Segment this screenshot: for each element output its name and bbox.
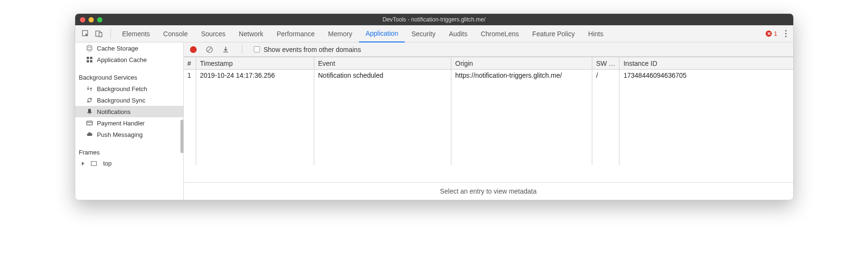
clear-button[interactable] bbox=[205, 45, 214, 54]
clear-icon bbox=[206, 46, 213, 53]
record-icon bbox=[190, 46, 197, 53]
svg-point-3 bbox=[87, 45, 92, 47]
more-menu-icon[interactable] bbox=[782, 27, 789, 40]
col-event[interactable]: Event bbox=[314, 57, 451, 70]
error-badge[interactable]: ✕ 1 bbox=[766, 30, 777, 37]
svg-rect-5 bbox=[90, 57, 92, 59]
sidebar-section-bg-services: Background Services bbox=[75, 70, 183, 83]
sidebar-item-bg-sync[interactable]: Background Sync bbox=[75, 94, 183, 106]
sidebar-item-label: Application Cache bbox=[97, 56, 147, 63]
divider bbox=[242, 45, 242, 54]
sidebar-item-label: Background Sync bbox=[97, 97, 146, 104]
svg-rect-4 bbox=[87, 57, 89, 59]
app-cache-icon bbox=[86, 56, 93, 63]
main-content: Show events from other domains # Timesta… bbox=[184, 42, 793, 200]
bg-fetch-icon bbox=[86, 85, 93, 93]
tab-elements[interactable]: Elements bbox=[116, 25, 157, 42]
cell-sw: / bbox=[592, 70, 619, 165]
sidebar-item-payment[interactable]: Payment Handler bbox=[75, 117, 183, 129]
svg-line-11 bbox=[208, 48, 211, 52]
devtools-window: DevTools - notification-triggers.glitch.… bbox=[75, 13, 794, 200]
cloud-icon bbox=[86, 131, 93, 138]
tab-chromelens[interactable]: ChromeLens bbox=[474, 25, 526, 42]
svg-rect-7 bbox=[90, 60, 92, 62]
metadata-footer: Select an entry to view metadata bbox=[184, 182, 793, 200]
svg-rect-8 bbox=[87, 121, 92, 125]
device-toggle-icon[interactable] bbox=[92, 27, 106, 41]
sidebar-item-label: top bbox=[103, 160, 112, 167]
col-origin[interactable]: Origin bbox=[451, 57, 592, 70]
bell-icon bbox=[86, 108, 93, 115]
record-button[interactable] bbox=[189, 45, 198, 54]
events-toolbar: Show events from other domains bbox=[184, 42, 793, 57]
sidebar-item-label: Payment Handler bbox=[97, 120, 145, 127]
error-icon: ✕ bbox=[766, 31, 772, 37]
sidebar-item-notifications[interactable]: Notifications bbox=[75, 106, 183, 117]
sidebar-item-bg-fetch[interactable]: Background Fetch bbox=[75, 83, 183, 94]
col-timestamp[interactable]: Timestamp bbox=[196, 57, 314, 70]
tab-sources[interactable]: Sources bbox=[194, 25, 232, 42]
svg-rect-2 bbox=[99, 32, 102, 37]
error-count: 1 bbox=[774, 30, 777, 37]
titlebar: DevTools - notification-triggers.glitch.… bbox=[75, 14, 793, 25]
bg-sync-icon bbox=[86, 96, 93, 104]
window-title: DevTools - notification-triggers.glitch.… bbox=[75, 16, 793, 23]
sidebar-item-label: Background Fetch bbox=[97, 85, 148, 93]
save-button[interactable] bbox=[221, 45, 230, 54]
main-tabbar: Elements Console Sources Network Perform… bbox=[75, 25, 793, 42]
cell-num: 1 bbox=[184, 70, 196, 165]
tab-application[interactable]: Application bbox=[359, 26, 405, 42]
table-header-row: # Timestamp Event Origin SW … Instance I… bbox=[184, 57, 793, 70]
tab-performance[interactable]: Performance bbox=[270, 25, 321, 42]
cell-event: Notification scheduled bbox=[314, 70, 451, 165]
tab-network[interactable]: Network bbox=[232, 25, 270, 42]
sidebar-item-cache-storage[interactable]: Cache Storage bbox=[75, 42, 183, 54]
divider bbox=[110, 29, 111, 39]
sidebar-item-app-cache[interactable]: Application Cache bbox=[75, 54, 183, 65]
table-row[interactable]: 1 2019-10-24 14:17:36.256 Notification s… bbox=[184, 70, 793, 165]
triangle-icon bbox=[82, 162, 84, 165]
sidebar-item-frame-top[interactable]: top bbox=[75, 158, 183, 169]
sidebar-item-label: Push Messaging bbox=[97, 131, 143, 138]
sidebar-scrollbar[interactable] bbox=[180, 120, 184, 153]
sidebar-item-label: Cache Storage bbox=[97, 45, 139, 52]
cell-instance: 17348446094636705 bbox=[619, 70, 793, 165]
panel-tabs: Elements Console Sources Network Perform… bbox=[116, 25, 610, 42]
application-sidebar: Cache Storage Application Cache Backgrou… bbox=[75, 42, 184, 200]
events-table: # Timestamp Event Origin SW … Instance I… bbox=[184, 57, 793, 182]
sidebar-section-frames: Frames bbox=[75, 145, 183, 158]
cache-storage-icon bbox=[86, 44, 93, 52]
col-instance[interactable]: Instance ID bbox=[619, 57, 793, 70]
tab-security[interactable]: Security bbox=[405, 25, 442, 42]
checkbox-icon bbox=[254, 46, 260, 52]
cell-timestamp: 2019-10-24 14:17:36.256 bbox=[196, 70, 314, 165]
tab-hints[interactable]: Hints bbox=[581, 25, 610, 42]
tab-memory[interactable]: Memory bbox=[321, 25, 359, 42]
payment-icon bbox=[86, 119, 93, 127]
show-other-domains-checkbox[interactable]: Show events from other domains bbox=[254, 46, 361, 53]
frame-icon bbox=[91, 161, 97, 166]
cell-origin: https://notification-triggers.glitch.me/ bbox=[451, 70, 592, 165]
panel-body: Cache Storage Application Cache Backgrou… bbox=[75, 42, 793, 200]
sidebar-item-label: Notifications bbox=[97, 108, 131, 115]
checkbox-label: Show events from other domains bbox=[264, 46, 361, 53]
tab-feature-policy[interactable]: Feature Policy bbox=[526, 25, 581, 42]
tab-console[interactable]: Console bbox=[157, 25, 194, 42]
tab-audits[interactable]: Audits bbox=[442, 25, 474, 42]
col-num[interactable]: # bbox=[184, 57, 196, 70]
sidebar-item-push[interactable]: Push Messaging bbox=[75, 129, 183, 140]
download-icon bbox=[222, 46, 229, 53]
inspect-icon[interactable] bbox=[79, 27, 92, 41]
svg-rect-6 bbox=[87, 60, 89, 62]
col-sw[interactable]: SW … bbox=[592, 57, 619, 70]
